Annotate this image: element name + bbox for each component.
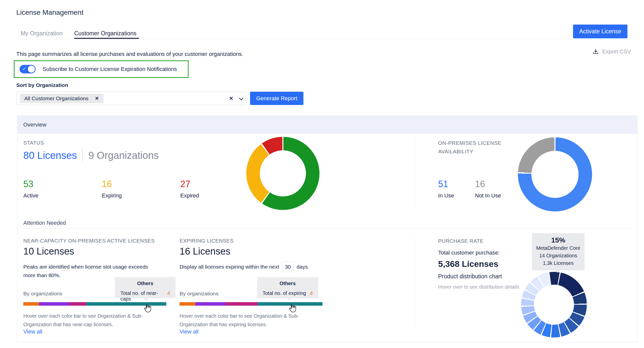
bar-segment-org-3[interactable]	[69, 302, 86, 306]
tabs-divider	[15, 40, 637, 40]
overview-panel: Overview STATUS 80 Licenses 9 Organizati…	[17, 115, 637, 342]
availability-donut-chart[interactable]	[518, 137, 592, 211]
expiring-label: Expiring	[102, 192, 122, 199]
tooltip-title: Others	[115, 281, 176, 286]
near-capacity-view-all-link[interactable]: View all	[23, 328, 42, 335]
page-description: This page summarizes all license purchas…	[16, 51, 243, 57]
tooltip-label: Total no. of expiring	[263, 290, 306, 296]
near-capacity-stacked-bar[interactable]	[23, 302, 166, 306]
bar-segment-org-3[interactable]	[226, 302, 257, 306]
chip-label: All Customer Organizations	[24, 95, 89, 101]
donut-hole	[531, 151, 579, 198]
chevron-down-icon[interactable]	[238, 96, 244, 102]
tooltip-value: 4	[310, 290, 313, 296]
licenses-count: 80 Licenses	[23, 150, 77, 161]
summary-divider	[82, 149, 83, 162]
expiring-view-all-link[interactable]: View all	[180, 328, 198, 335]
toggle-knob	[28, 66, 35, 73]
purchase-total-label: Total customer purchase:	[438, 250, 500, 256]
days-sentence-prefix: Display all licenses expiring within the…	[180, 264, 279, 270]
lower-vertical-divider	[415, 237, 415, 326]
bar-segment-others[interactable]	[86, 302, 166, 306]
bar-segment-org-2[interactable]	[195, 302, 226, 306]
active-tab-underline	[74, 38, 139, 39]
upper-vertical-divider	[415, 137, 415, 210]
active-stat: 53 Active	[23, 179, 38, 199]
status-donut-chart[interactable]	[246, 137, 319, 210]
purchase-total-value: 5,368 Licenses	[438, 259, 498, 269]
purchase-hover-hint: Hover over to see distribution details	[438, 284, 519, 290]
tooltip-caret	[555, 270, 560, 273]
tooltip-title: Others	[257, 281, 318, 286]
availability-heading: ON-PREMISES LICENSE AVAILABILITY	[438, 139, 506, 156]
purchase-donut-chart[interactable]	[521, 272, 587, 337]
attention-divider	[23, 228, 632, 228]
subscribe-label: Subscribe to Customer License Expiration…	[43, 66, 177, 72]
download-icon	[592, 48, 599, 55]
in-use-stat: 51 In Use	[438, 179, 454, 199]
tooltip-percentage: 15%	[532, 236, 585, 244]
selected-organization-chip: All Customer Organizations ✕	[20, 94, 104, 103]
expiring-heading: EXPIRING LICENSES	[180, 238, 233, 244]
organization-select[interactable]: All Customer Organizations ✕ ✕	[16, 92, 246, 105]
expired-label: Expired	[180, 192, 199, 199]
purchase-rate-heading: PURCHASE RATE	[438, 238, 484, 244]
in-use-value: 51	[438, 179, 454, 189]
product-distribution-label: Product distribution chart	[438, 273, 502, 280]
subscribe-toggle[interactable]: ✓	[20, 65, 36, 73]
export-csv-button[interactable]: Export CSV	[592, 48, 631, 55]
select-clear-icon[interactable]: ✕	[229, 95, 233, 101]
expired-stat: 27 Expired	[180, 179, 199, 199]
page-title: License Management	[16, 9, 84, 17]
bar-segment-org-1[interactable]	[180, 302, 195, 306]
bar-segment-org-1[interactable]	[23, 302, 39, 306]
near-capacity-count: 10 Licenses	[23, 246, 74, 257]
expiring-by-label: By organizations	[180, 291, 218, 297]
days-sentence-suffix: days.	[297, 264, 309, 270]
active-label: Active	[23, 192, 38, 199]
donut-hole	[260, 150, 306, 196]
subscribe-highlight-box: ✓ Subscribe to Customer License Expirati…	[14, 60, 189, 78]
attention-needed-heading: Attention Needed	[23, 220, 66, 226]
not-in-use-value: 16	[475, 179, 501, 189]
bar-segment-others[interactable]	[258, 302, 323, 306]
tooltip-licenses: 1,3k Licenses	[532, 259, 585, 267]
near-capacity-by-label: By organizations	[23, 291, 62, 297]
activate-license-button[interactable]: Activate License	[573, 25, 627, 38]
tab-my-organization[interactable]: My Organization	[21, 30, 62, 37]
not-in-use-stat: 16 Not In Use	[475, 179, 501, 199]
bar-segment-org-2[interactable]	[39, 302, 69, 306]
tooltip-value: 4	[167, 290, 170, 302]
expiring-stacked-bar[interactable]	[180, 302, 323, 306]
tooltip-caret	[287, 298, 292, 301]
tooltip-caret	[143, 298, 149, 301]
generate-report-button[interactable]: Generate Report	[250, 92, 303, 105]
check-icon: ✓	[22, 66, 26, 72]
active-value: 53	[23, 179, 38, 189]
overview-panel-header: Overview	[17, 116, 637, 134]
near-capacity-tooltip: Others Total no. of near-caps 4	[115, 277, 176, 298]
near-capacity-hover-hint: Hover over each color bar to see Organiz…	[23, 312, 157, 329]
tooltip-organizations: 14 Organizations	[532, 252, 585, 259]
in-use-label: In Use	[438, 192, 454, 199]
expiring-value: 16	[102, 179, 122, 189]
expiring-count: 16 Licenses	[180, 246, 230, 257]
tooltip-product: MetaDefender Core	[532, 244, 585, 252]
chip-remove-icon[interactable]: ✕	[95, 95, 99, 101]
donut-hole	[534, 285, 574, 325]
organizations-count: 9 Organizations	[88, 150, 158, 161]
near-capacity-heading: NEAR-CAPACITY ON-PREMISES ACTIVE LICENSE…	[23, 238, 155, 244]
days-input[interactable]	[282, 262, 294, 272]
export-csv-label: Export CSV	[602, 48, 631, 55]
expired-value: 27	[180, 179, 199, 189]
expiring-tooltip: Others Total no. of expiring 4	[257, 277, 318, 298]
tab-customer-organizations[interactable]: Customer Organizations	[74, 30, 136, 37]
sort-by-organization-label: Sort by Organization	[16, 82, 68, 88]
expiring-hover-hint: Hover over each color bar to see Organiz…	[180, 312, 314, 329]
status-summary: 80 Licenses 9 Organizations	[23, 149, 159, 162]
license-management-page: License Management My Organization Custo…	[0, 0, 644, 348]
expiring-stat: 16 Expiring	[102, 179, 122, 199]
expiring-days-sentence: Display all licenses expiring within the…	[180, 262, 309, 272]
purchase-tooltip: 15% MetaDefender Core 14 Organizations 1…	[532, 233, 585, 270]
status-heading: STATUS	[23, 140, 44, 146]
